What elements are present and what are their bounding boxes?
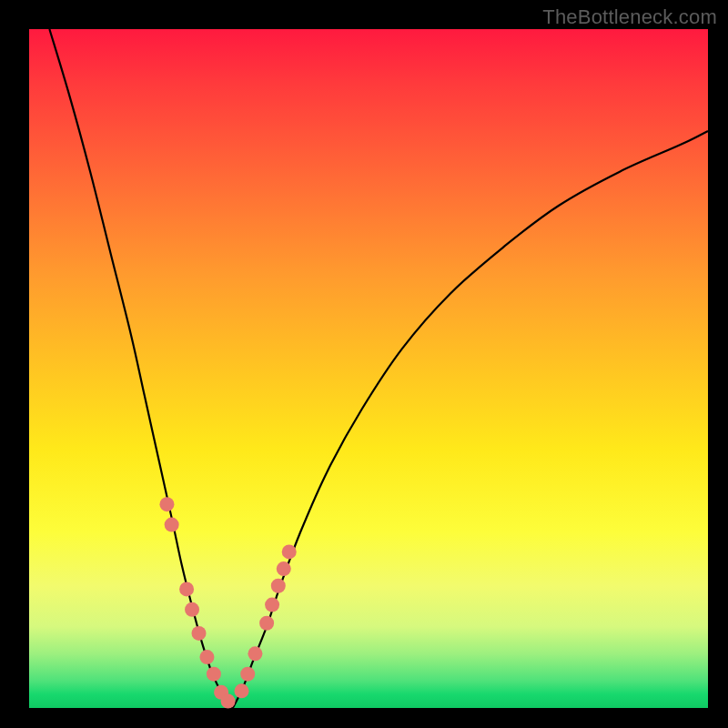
data-point — [185, 602, 199, 617]
data-point — [277, 561, 291, 576]
chart-frame: TheBottleneck.com — [0, 0, 728, 728]
data-point — [240, 667, 255, 682]
chart-svg — [29, 29, 708, 708]
beads-right-group — [235, 544, 297, 698]
data-point — [179, 581, 194, 596]
data-point — [192, 626, 207, 641]
data-point — [159, 497, 174, 511]
curve-left-branch — [49, 29, 232, 708]
data-point — [248, 646, 262, 661]
data-point — [282, 544, 297, 559]
curve-right-branch — [233, 131, 708, 708]
beads-left-group — [159, 497, 235, 708]
watermark-text: TheBottleneck.com — [542, 5, 717, 29]
data-point — [165, 518, 179, 532]
plot-area — [29, 29, 708, 708]
data-point — [221, 694, 236, 709]
data-point — [259, 616, 274, 631]
data-point — [235, 683, 249, 698]
data-point — [265, 598, 279, 612]
data-point — [271, 579, 286, 593]
data-point — [199, 650, 214, 664]
data-point — [207, 667, 221, 682]
